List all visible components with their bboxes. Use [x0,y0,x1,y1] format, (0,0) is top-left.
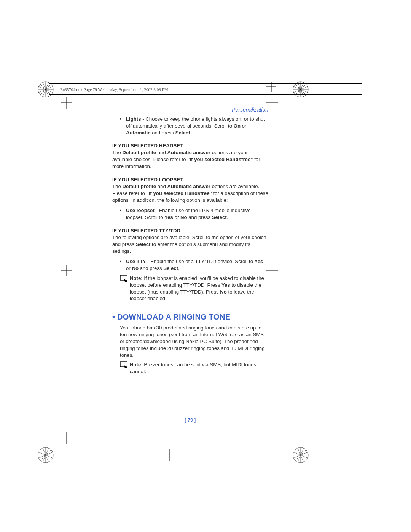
para-download: Your phone has 30 predefined ringing ton… [120,324,268,358]
doc-meta-header: En3570.book Page 79 Wednesday, September… [60,87,168,92]
section-label: Personalization [112,107,268,113]
cross-mark-icon [266,432,278,444]
crop-rule-top [49,83,362,84]
note-tty: Note: If the loopset is enabled, you'll … [120,275,268,302]
note-text: Note: If the loopset is enabled, you'll … [130,275,268,302]
bullet-lights: • Lights - Choose to keep the phone ligh… [120,116,268,136]
note-download: Note: Buzzer tones can be sent via SMS, … [120,361,268,375]
subhead-loopset: IF YOU SELECTED LOOPSET [112,177,268,182]
cross-mark-icon [61,97,72,109]
bullet-text: Lights - Choose to keep the phone lights… [126,116,268,136]
bullet-icon: • [120,116,126,136]
cross-mark-icon [61,432,72,444]
bullet-text: Use TTY - Enable the use of a TTY/TDD de… [126,258,268,272]
page-number: [ 79 ] [112,417,268,423]
para-loopset: The Default profile and Automatic answer… [112,183,268,203]
cross-mark-icon [164,449,175,461]
register-mark-icon [36,80,55,99]
cross-mark-icon [61,265,72,276]
heading-download-ringing-tone: •DOWNLOAD A RINGING TONE [112,313,268,321]
bullet-icon: • [120,207,126,221]
svg-rect-38 [120,362,127,367]
bullet-use-tty: • Use TTY - Enable the use of a TTY/TDD … [120,258,268,272]
cross-mark-icon [266,82,276,92]
bullet-icon: • [120,258,126,272]
note-icon [120,361,130,375]
page-content: Personalization • Lights - Choose to kee… [112,107,268,377]
para-headset: The Default profile and Automatic answer… [112,149,268,169]
register-mark-icon [291,80,310,99]
subhead-tty: IF YOU SELECTED TTY/TDD [112,228,268,233]
note-icon [120,275,130,302]
bullet-use-loopset: • Use loopset - Enable use of the LPS-4 … [120,207,268,221]
subhead-headset: IF YOU SELECTED HEADSET [112,143,268,149]
para-tty-intro: The following options are available. Scr… [112,234,268,254]
bullet-text: Use loopset - Enable use of the LPS-4 mo… [126,207,268,221]
crop-rule-top-2 [49,94,362,95]
bullet-icon: • [112,313,117,321]
note-text: Note: Buzzer tones can be sent via SMS, … [130,361,268,375]
bold-term: Lights [126,116,141,122]
register-mark-icon [291,446,310,465]
register-mark-icon [36,446,55,465]
svg-rect-36 [120,275,127,280]
